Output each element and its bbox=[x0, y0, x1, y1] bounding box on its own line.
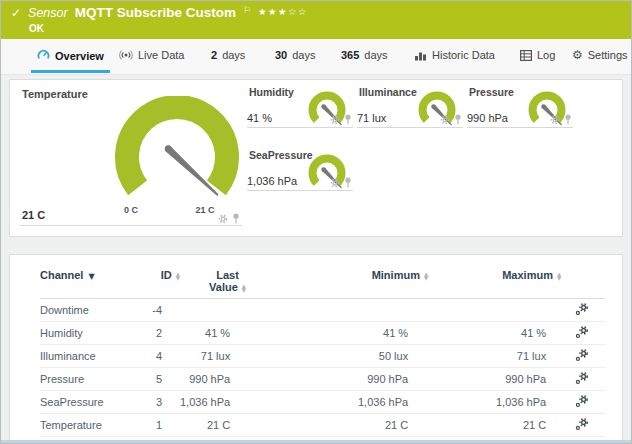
sensor-title: MQTT Subscribe Custom bbox=[75, 5, 236, 20]
tab-label: days bbox=[222, 49, 245, 61]
minimum-value bbox=[275, 299, 450, 322]
channel-name: Temperature bbox=[40, 414, 145, 437]
sort-arrows-icon: ▲▼ bbox=[176, 272, 180, 280]
pressure-gauge bbox=[525, 88, 571, 134]
gauge-scale-max: 21 C bbox=[188, 205, 222, 215]
channel-table: Channel▼ID▲▼LastValue▲▼Minimum▲▼Maximum▲… bbox=[40, 269, 605, 437]
last-value: 71 lux bbox=[180, 345, 275, 368]
channel-id: 4 bbox=[145, 345, 180, 368]
gauge-settings-icon[interactable] bbox=[330, 115, 340, 125]
minimum-value: 990 hPa bbox=[275, 368, 450, 391]
channel-name: Illuminance bbox=[40, 345, 145, 368]
last-value: 1,036 hPa bbox=[180, 391, 275, 414]
channel-row-downtime: Downtime-4 bbox=[40, 299, 605, 322]
sort-arrows-icon: ▲▼ bbox=[424, 272, 428, 280]
gauge-settings-icon[interactable] bbox=[550, 115, 560, 125]
log-icon bbox=[520, 50, 532, 61]
column-header-last-value[interactable]: LastValue▲▼ bbox=[180, 269, 275, 299]
tab-log[interactable]: Log bbox=[520, 49, 555, 61]
column-header-channel[interactable]: Channel▼ bbox=[40, 269, 145, 299]
column-header-maximum[interactable]: Maximum▲▼ bbox=[450, 269, 565, 299]
gauge-settings-icon[interactable] bbox=[218, 214, 228, 224]
minimum-value: 1,036 hPa bbox=[275, 391, 450, 414]
object-kind-label: Sensor bbox=[28, 6, 68, 20]
gauge-pin-icon[interactable] bbox=[454, 114, 462, 125]
tab-settings[interactable]: ⚙Settings bbox=[572, 49, 628, 61]
minimum-value: 41 % bbox=[275, 322, 450, 345]
tab-label: Settings bbox=[588, 49, 628, 61]
tab-number: 2 bbox=[211, 49, 217, 61]
maximum-value bbox=[450, 299, 565, 322]
channel-id: -4 bbox=[145, 299, 180, 322]
gauge-tile-illuminance: Illuminance71 lux bbox=[357, 86, 463, 128]
bottom-window-edge bbox=[1, 440, 631, 443]
sort-arrows-icon: ▲▼ bbox=[557, 272, 561, 280]
channel-table-panel: Channel▼ID▲▼LastValue▲▼Minimum▲▼Maximum▲… bbox=[9, 254, 623, 442]
gauge-value: 1,036 hPa bbox=[247, 175, 297, 187]
column-header-minimum[interactable]: Minimum▲▼ bbox=[275, 269, 450, 299]
channel-name: Downtime bbox=[40, 299, 145, 322]
gauge-pin-icon[interactable] bbox=[232, 213, 240, 224]
tab-historic-data[interactable]: Historic Data bbox=[414, 49, 495, 61]
channel-settings-icon[interactable] bbox=[575, 418, 589, 431]
tab-label: Overview bbox=[55, 50, 104, 62]
tab-overview[interactable]: Overview bbox=[37, 49, 104, 62]
channel-row-pressure: Pressure5990 hPa990 hPa990 hPa bbox=[40, 368, 605, 391]
column-header-actions bbox=[565, 269, 605, 299]
tab-days[interactable]: 365days bbox=[341, 49, 388, 61]
channel-row-illuminance: Illuminance471 lux50 lux71 lux bbox=[40, 345, 605, 368]
gauge-value: 41 % bbox=[247, 112, 272, 124]
tab-number: 30 bbox=[275, 49, 287, 61]
gauge-pin-icon[interactable] bbox=[344, 177, 352, 188]
gauge-tile-humidity: Humidity41 % bbox=[247, 86, 353, 128]
ok-check-icon: ✓ bbox=[11, 6, 21, 20]
maximum-value: 41 % bbox=[450, 322, 565, 345]
channel-settings-icon[interactable] bbox=[575, 372, 589, 385]
sort-arrows-icon: ▲▼ bbox=[242, 284, 246, 292]
status-badge: OK bbox=[29, 23, 621, 34]
last-value bbox=[180, 299, 275, 322]
column-header-id[interactable]: ID▲▼ bbox=[145, 269, 180, 299]
tab-live-data[interactable]: Live Data bbox=[119, 49, 184, 61]
gauge-title: Illuminance bbox=[359, 86, 417, 98]
last-value: 21 C bbox=[180, 414, 275, 437]
minimum-value: 21 C bbox=[275, 414, 450, 437]
illuminance-gauge bbox=[415, 88, 461, 134]
tab-label: days bbox=[364, 49, 387, 61]
gauge-icon bbox=[37, 49, 50, 62]
channel-settings-icon[interactable] bbox=[575, 349, 589, 362]
tab-label: Live Data bbox=[138, 49, 184, 61]
gauge-settings-icon[interactable] bbox=[440, 115, 450, 125]
gauge-value: 990 hPa bbox=[467, 112, 508, 124]
primary-gauge-tile: Temperature 0 C 21 C 21 C bbox=[20, 86, 242, 226]
sensor-header: ✓ Sensor MQTT Subscribe Custom ⚐ ★★★☆☆ O… bbox=[1, 1, 631, 39]
maximum-value: 1,036 hPa bbox=[450, 391, 565, 414]
temperature-gauge bbox=[20, 96, 242, 214]
channel-settings-icon[interactable] bbox=[575, 395, 589, 408]
chart-icon bbox=[414, 50, 427, 61]
tab-days[interactable]: 30days bbox=[275, 49, 316, 61]
maximum-value: 990 hPa bbox=[450, 368, 565, 391]
gauge-title: SeaPressure bbox=[249, 149, 313, 161]
channel-settings-icon[interactable] bbox=[575, 326, 589, 339]
gauge-title: Humidity bbox=[249, 86, 294, 98]
gauge-settings-icon[interactable] bbox=[330, 178, 340, 188]
channel-name: Humidity bbox=[40, 322, 145, 345]
channel-settings-icon[interactable] bbox=[575, 303, 589, 316]
flag-icon[interactable]: ⚐ bbox=[243, 5, 251, 15]
gauge-value: 21 C bbox=[22, 209, 45, 221]
gauge-pin-icon[interactable] bbox=[564, 114, 572, 125]
tab-label: Historic Data bbox=[432, 49, 495, 61]
sorted-desc-icon: ▼ bbox=[88, 272, 94, 281]
channel-id: 3 bbox=[145, 391, 180, 414]
priority-stars[interactable]: ★★★☆☆ bbox=[258, 6, 308, 17]
tab-days[interactable]: 2days bbox=[211, 49, 245, 61]
channel-id: 1 bbox=[145, 414, 180, 437]
gauge-value: 71 lux bbox=[357, 112, 386, 124]
gauge-tile-pressure: Pressure990 hPa bbox=[467, 86, 573, 128]
channel-row-temperature: Temperature121 C21 C21 C bbox=[40, 414, 605, 437]
gauge-tile-seapressure: SeaPressure1,036 hPa bbox=[247, 149, 353, 191]
gauge-pin-icon[interactable] bbox=[344, 114, 352, 125]
tab-bar: OverviewLive Data2days30days365daysHisto… bbox=[1, 39, 631, 75]
last-value: 990 hPa bbox=[180, 368, 275, 391]
